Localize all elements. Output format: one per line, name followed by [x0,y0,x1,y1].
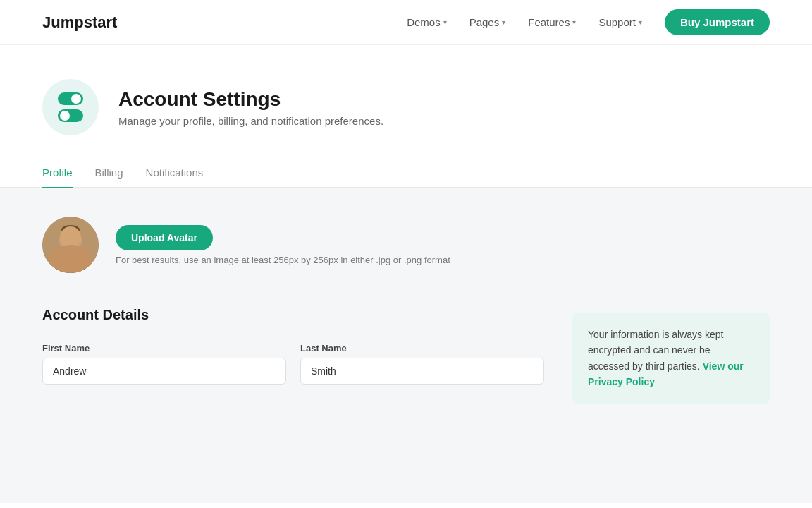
tab-notifications[interactable]: Notifications [146,158,204,188]
form-right: Your information is always kept encrypte… [572,307,770,404]
navbar: Jumpstart Demos ▾ Pages ▾ Features ▾ Sup… [0,0,812,45]
toggle-track-off [58,109,83,122]
avatar-section: Upload Avatar For best results, use an i… [42,217,770,273]
page-subtitle: Manage your profile, billing, and notifi… [118,115,383,127]
brand-logo: Jumpstart [42,13,117,32]
content-area: Upload Avatar For best results, use an i… [0,188,812,503]
svg-point-2 [61,228,80,248]
page-header: Account Settings Manage your profile, bi… [0,45,812,158]
nav-demos[interactable]: Demos ▾ [407,16,447,28]
tab-profile[interactable]: Profile [42,158,73,188]
svg-point-7 [55,256,86,273]
upload-avatar-button[interactable]: Upload Avatar [116,225,213,250]
last-name-input[interactable] [300,358,544,385]
last-name-label: Last Name [300,343,544,353]
page-header-text: Account Settings Manage your profile, bi… [118,88,383,127]
upload-section: Upload Avatar For best results, use an i… [116,225,450,265]
name-row: First Name Last Name [42,343,544,385]
chevron-down-icon: ▾ [572,18,576,26]
tabs-bar: Profile Billing Notifications [0,158,812,188]
nav-support[interactable]: Support ▾ [598,16,642,28]
toggle-track-on [58,92,83,105]
avatar [42,217,99,273]
privacy-info-box: Your information is always kept encrypte… [572,313,770,404]
chevron-down-icon: ▾ [639,18,642,26]
svg-rect-5 [73,236,80,241]
svg-point-1 [59,229,82,252]
form-left: Account Details First Name Last Name [42,307,544,404]
buy-jumpstart-button[interactable]: Buy Jumpstart [665,9,770,35]
nav-links: Demos ▾ Pages ▾ Features ▾ Support ▾ Buy… [407,9,770,35]
svg-point-3 [61,225,80,235]
form-area: Account Details First Name Last Name You… [42,307,770,404]
settings-icon-wrap [42,79,99,135]
toggle-icon [58,92,83,122]
svg-rect-4 [61,236,68,241]
tab-billing[interactable]: Billing [95,158,123,188]
chevron-down-icon: ▾ [502,18,505,26]
nav-pages[interactable]: Pages ▾ [469,16,506,28]
avatar-image [42,217,99,273]
nav-features[interactable]: Features ▾ [528,16,576,28]
last-name-group: Last Name [300,343,544,385]
chevron-down-icon: ▾ [443,18,447,26]
account-details-title: Account Details [42,307,544,323]
first-name-label: First Name [42,343,286,353]
page-title: Account Settings [118,88,383,111]
first-name-group: First Name [42,343,286,385]
avatar-hint: For best results, use an image at least … [116,255,450,265]
first-name-input[interactable] [42,358,286,385]
